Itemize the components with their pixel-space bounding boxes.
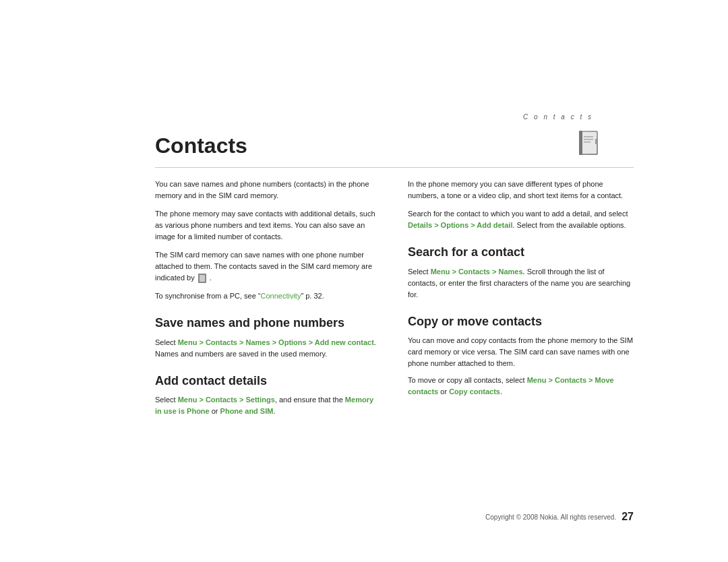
contacts-icon (574, 128, 603, 158)
page-number: 27 (621, 511, 634, 523)
intro-p3: The SIM card memory can save names with … (155, 249, 381, 284)
sync-text: To synchronise from a PC, see “Connectiv… (155, 290, 381, 302)
svg-rect-2 (579, 131, 582, 155)
contacts-settings-link[interactable]: Menu > Contacts > Settings (178, 396, 275, 404)
s4-pre: To move or copy all contacts, select (408, 376, 527, 384)
section1-text: Select Menu > Contacts > Names > Options… (155, 337, 381, 360)
s3-pre: Select (408, 268, 431, 276)
sync-post: . (322, 292, 324, 300)
add-detail-link[interactable]: Details > Options > Add detail (408, 221, 512, 229)
s2-mid: , and ensure that the (275, 396, 345, 404)
add-new-contact-link[interactable]: Menu > Contacts > Names > Options > Add … (178, 338, 374, 346)
svg-rect-5 (584, 142, 590, 143)
section2-text: Select Menu > Contacts > Settings, and e… (155, 394, 381, 417)
connectivity-link[interactable]: Connectivity (261, 292, 301, 300)
page-title: Contacts (155, 133, 247, 158)
s1-pre: Select (155, 338, 178, 346)
page: C o n t a c t s Contacts (0, 0, 728, 562)
sim-card-icon (198, 274, 206, 283)
footer: Copyright © 2008 Nokia. All rights reser… (485, 511, 634, 523)
s2-post: . (273, 407, 275, 415)
right-column: In the phone memory you can save differe… (408, 179, 634, 423)
intro-p3-text: The SIM card memory can save names with … (155, 251, 372, 282)
intro-p2: The phone memory may save contacts with … (155, 208, 381, 243)
copy-contacts-link[interactable]: Copy contacts (449, 387, 500, 396)
s2-pre: Select (155, 396, 178, 404)
svg-rect-4 (584, 139, 593, 140)
sync-page: 32 (313, 292, 322, 300)
svg-rect-3 (584, 136, 593, 137)
right-intro-p1: In the phone memory you can save differe… (408, 179, 634, 201)
section4-heading: Copy or move contacts (408, 314, 634, 330)
section-label: C o n t a c t s (523, 113, 593, 121)
sync-pre: To synchronise from a PC, see “ (155, 292, 261, 300)
svg-rect-6 (595, 139, 598, 144)
content-area: You can save names and phone numbers (co… (155, 179, 634, 423)
divider (155, 167, 634, 168)
section4-p1: You can move and copy contacts from the … (408, 335, 634, 369)
intro-p3-suffix: . (210, 274, 212, 282)
section1-heading: Save names and phone numbers (155, 315, 381, 331)
copyright-text: Copyright © 2008 Nokia. All rights reser… (485, 513, 616, 521)
s4-post: . (500, 387, 502, 396)
sync-mid: ” p. (301, 292, 313, 300)
section2-heading: Add contact details (155, 373, 381, 389)
svg-rect-1 (580, 132, 597, 154)
r-intro-p2-pre: Search for the contact to which you want… (408, 210, 628, 218)
r-intro-p2-post: . Select from the available options. (512, 221, 626, 229)
right-intro-p2: Search for the contact to which you want… (408, 208, 634, 231)
contacts-names-link[interactable]: Menu > Contacts > Names. (431, 268, 525, 276)
s2-mid2: or (210, 407, 220, 415)
section3-heading: Search for a contact (408, 245, 634, 260)
phone-and-sim-link[interactable]: Phone and SIM (220, 407, 274, 415)
menu-contacts-link[interactable]: Menu > Contacts > (527, 376, 593, 384)
s4-mid2: or (438, 387, 449, 396)
left-column: You can save names and phone numbers (co… (155, 179, 381, 423)
intro-p1: You can save names and phone numbers (co… (155, 179, 381, 201)
section3-text: Select Menu > Contacts > Names. Scroll t… (408, 266, 634, 301)
section4-p2: To move or copy all contacts, select Men… (408, 375, 634, 398)
